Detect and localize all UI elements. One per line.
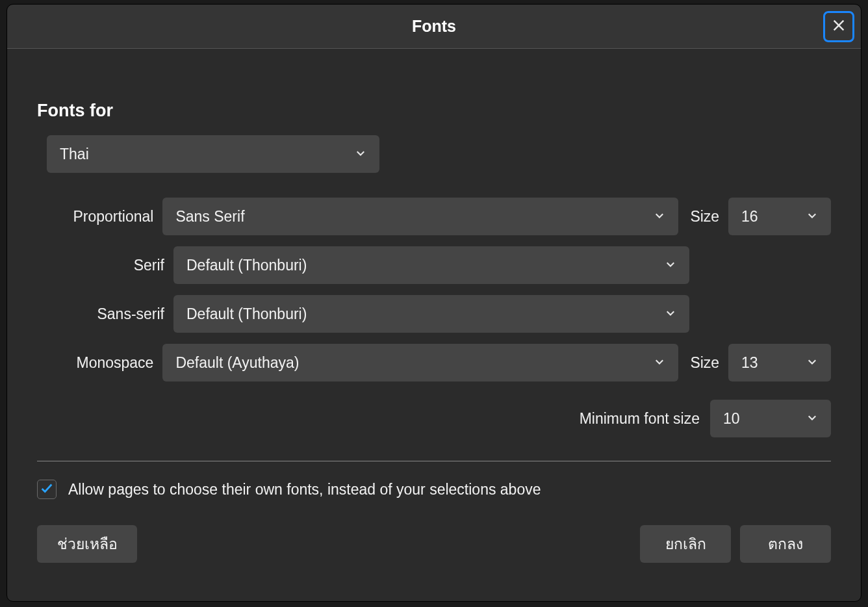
minimum-font-size-select[interactable]: 10 [710,400,831,437]
proportional-row: Proportional Sans Serif Size 16 [37,198,831,235]
chevron-down-icon [806,410,818,428]
cancel-button[interactable]: ยกเลิก [640,525,731,563]
dialog-content: Fonts for Thai Proportional Sans Serif [7,49,861,563]
close-icon [832,18,846,35]
help-button-label: ช่วยเหลือ [57,532,118,556]
chevron-down-icon [806,208,818,226]
proportional-size-value: 16 [741,208,758,226]
proportional-font-value: Sans Serif [175,208,244,226]
help-button[interactable]: ช่วยเหลือ [37,525,137,563]
chevron-down-icon [654,354,665,372]
minimum-font-size-row: Minimum font size 10 [37,400,831,437]
fonts-dialog: Fonts Fonts for Thai Proportional [6,4,862,602]
monospace-row: Monospace Default (Ayuthaya) Size 13 [37,344,831,381]
monospace-size-select[interactable]: 13 [728,344,831,381]
monospace-size-label: Size [678,354,728,372]
serif-font-value: Default (Thonburi) [186,257,307,274]
minimum-font-size-value: 10 [723,410,740,428]
minimum-font-size-label: Minimum font size [580,410,710,428]
font-settings-grid: Proportional Sans Serif Size 16 [37,198,831,381]
chevron-down-icon [806,354,818,372]
dialog-title: Fonts [412,17,456,36]
chevron-down-icon [355,146,366,163]
proportional-label: Proportional [37,208,162,226]
sans-serif-row: Sans-serif Default (Thonburi) [37,295,831,333]
chevron-down-icon [654,208,665,226]
language-select-value: Thai [60,146,89,163]
sans-serif-label: Sans-serif [37,305,173,323]
cancel-button-label: ยกเลิก [665,532,706,556]
serif-label: Serif [37,257,173,274]
fonts-for-heading: Fonts for [37,101,831,121]
language-row: Thai [37,135,831,173]
serif-font-select[interactable]: Default (Thonburi) [173,246,689,284]
chevron-down-icon [665,257,676,274]
allow-pages-row: Allow pages to choose their own fonts, i… [37,480,831,499]
chevron-down-icon [665,305,676,323]
dialog-button-row: ช่วยเหลือ ยกเลิก ตกลง [37,525,831,563]
monospace-font-value: Default (Ayuthaya) [175,354,299,372]
separator [37,461,831,461]
proportional-size-select[interactable]: 16 [728,198,831,235]
checkmark-icon [40,481,54,498]
dialog-titlebar: Fonts [7,5,861,49]
monospace-label: Monospace [37,354,162,372]
proportional-font-select[interactable]: Sans Serif [162,198,678,235]
serif-row: Serif Default (Thonburi) [37,246,831,284]
allow-pages-checkbox[interactable] [37,480,57,499]
allow-pages-label: Allow pages to choose their own fonts, i… [68,481,541,498]
language-select[interactable]: Thai [47,135,379,173]
proportional-size-label: Size [678,208,728,226]
ok-button[interactable]: ตกลง [740,525,831,563]
sans-serif-font-value: Default (Thonburi) [186,305,307,323]
sans-serif-font-select[interactable]: Default (Thonburi) [173,295,689,333]
monospace-size-value: 13 [741,354,758,372]
ok-button-label: ตกลง [768,532,803,556]
monospace-font-select[interactable]: Default (Ayuthaya) [162,344,678,381]
close-button[interactable] [823,11,854,42]
